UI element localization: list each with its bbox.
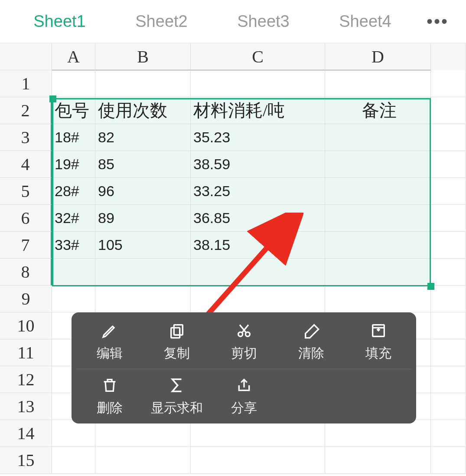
cell-E15[interactable] — [431, 447, 466, 474]
tab-sheet3[interactable]: Sheet3 — [212, 12, 314, 31]
cell-B14[interactable] — [95, 420, 191, 447]
row-header-14[interactable]: 14 — [0, 420, 52, 447]
cell-C14[interactable] — [191, 420, 325, 447]
row-header-8[interactable]: 8 — [0, 259, 52, 286]
cell-C4[interactable]: 38.59 — [191, 151, 325, 178]
cell-B2[interactable]: 使用次数 — [95, 97, 191, 124]
cell-A7[interactable]: 33# — [52, 232, 95, 259]
clear-button[interactable]: 清除 — [277, 321, 345, 362]
cell-A4[interactable]: 19# — [52, 151, 95, 178]
row-header-5[interactable]: 5 — [0, 178, 52, 205]
cell-D15[interactable] — [325, 447, 431, 474]
cell-E9[interactable] — [431, 286, 466, 312]
tab-sheet2[interactable]: Sheet2 — [111, 12, 212, 31]
copy-button[interactable]: 复制 — [143, 321, 210, 362]
row-header-4[interactable]: 4 — [0, 151, 52, 178]
cell-A8[interactable] — [52, 259, 95, 286]
column-header-B[interactable]: B — [95, 43, 191, 71]
row-header-2[interactable]: 2 — [0, 97, 52, 124]
row-header-3[interactable]: 3 — [0, 124, 52, 151]
cell-C2[interactable]: 材料消耗/吨 — [191, 97, 325, 124]
cell-D7[interactable] — [325, 232, 431, 259]
cell-D14[interactable] — [325, 420, 431, 447]
selection-handle-br[interactable] — [427, 283, 434, 290]
selection-handle-tl[interactable] — [49, 95, 56, 102]
cut-button[interactable]: 剪切 — [210, 321, 277, 362]
row-header-13[interactable]: 13 — [0, 393, 52, 420]
tab-sheet1[interactable]: Sheet1 — [9, 12, 111, 31]
cell-D3[interactable] — [325, 124, 431, 151]
cell-E1[interactable] — [431, 70, 466, 97]
row-header-1[interactable]: 1 — [0, 70, 52, 97]
row-header-12[interactable]: 12 — [0, 366, 52, 393]
cell-C7[interactable]: 38.15 — [191, 232, 325, 259]
column-header-D[interactable]: D — [325, 43, 431, 71]
cell-A15[interactable] — [52, 447, 95, 474]
cell-D2[interactable]: 备注 — [325, 97, 431, 124]
cell-D4[interactable] — [325, 151, 431, 178]
cell-E12[interactable] — [431, 366, 466, 393]
cell-E10[interactable] — [431, 312, 466, 339]
corner-cell[interactable] — [0, 43, 52, 70]
cell-A14[interactable] — [52, 420, 95, 447]
cell-E4[interactable] — [431, 151, 466, 178]
cell-E5[interactable] — [431, 178, 466, 205]
cell-C15[interactable] — [191, 447, 325, 474]
svg-rect-2 — [174, 325, 182, 335]
cell-C3[interactable]: 35.23 — [191, 124, 325, 151]
cell-A2[interactable]: 包号 — [52, 97, 95, 124]
cell-E14[interactable] — [431, 420, 466, 447]
cell-D6[interactable] — [325, 205, 431, 232]
cell-C5[interactable]: 33.25 — [191, 178, 325, 205]
cell-B9[interactable] — [95, 286, 191, 312]
cell-C9[interactable] — [191, 286, 325, 312]
cell-C1[interactable] — [191, 70, 325, 97]
cell-B15[interactable] — [95, 447, 191, 474]
cell-E7[interactable] — [431, 232, 466, 259]
column-header-E[interactable] — [431, 43, 466, 71]
cell-E2[interactable] — [431, 97, 466, 124]
row-header-7[interactable]: 7 — [0, 232, 52, 259]
cell-A6[interactable]: 32# — [52, 205, 95, 232]
tab-sheet4[interactable]: Sheet4 — [314, 12, 416, 31]
cell-B4[interactable]: 85 — [95, 151, 191, 178]
row-header-11[interactable]: 11 — [0, 339, 52, 366]
row-header-10[interactable]: 10 — [0, 312, 52, 339]
cell-D9[interactable] — [325, 286, 431, 312]
fill-button[interactable]: 填充 — [345, 321, 412, 362]
cell-D8[interactable] — [325, 259, 431, 286]
column-header-A[interactable]: A — [52, 43, 95, 71]
cell-A5[interactable]: 28# — [52, 178, 95, 205]
cell-E6[interactable] — [431, 205, 466, 232]
row-header-6[interactable]: 6 — [0, 205, 52, 232]
cell-B7[interactable]: 105 — [95, 232, 191, 259]
more-icon[interactable]: ••• — [427, 12, 457, 31]
row-header-9[interactable]: 9 — [0, 286, 52, 312]
eraser-icon — [302, 321, 321, 340]
cell-B5[interactable]: 96 — [95, 178, 191, 205]
context-menu: 编辑 复制 剪切 清除 填充 — [72, 312, 416, 423]
column-header-C[interactable]: C — [191, 43, 325, 71]
row-header-15[interactable]: 15 — [0, 447, 52, 474]
share-button[interactable]: 分享 — [210, 376, 277, 417]
cell-E11[interactable] — [431, 339, 466, 366]
cell-A1[interactable] — [52, 70, 95, 97]
cell-C8[interactable] — [191, 259, 325, 286]
sum-button[interactable]: 显示求和 — [143, 376, 210, 417]
fill-icon — [369, 321, 388, 340]
cell-E13[interactable] — [431, 393, 466, 420]
trash-icon — [100, 376, 119, 395]
cell-D5[interactable] — [325, 178, 431, 205]
cell-E3[interactable] — [431, 124, 466, 151]
cell-B6[interactable]: 89 — [95, 205, 191, 232]
cell-E8[interactable] — [431, 259, 466, 286]
cell-C6[interactable]: 36.85 — [191, 205, 325, 232]
cell-B1[interactable] — [95, 70, 191, 97]
cell-A9[interactable] — [52, 286, 95, 312]
cell-A3[interactable]: 18# — [52, 124, 95, 151]
delete-button[interactable]: 删除 — [76, 376, 143, 417]
edit-button[interactable]: 编辑 — [76, 321, 143, 362]
cell-B3[interactable]: 82 — [95, 124, 191, 151]
cell-D1[interactable] — [325, 70, 431, 97]
cell-B8[interactable] — [95, 259, 191, 286]
